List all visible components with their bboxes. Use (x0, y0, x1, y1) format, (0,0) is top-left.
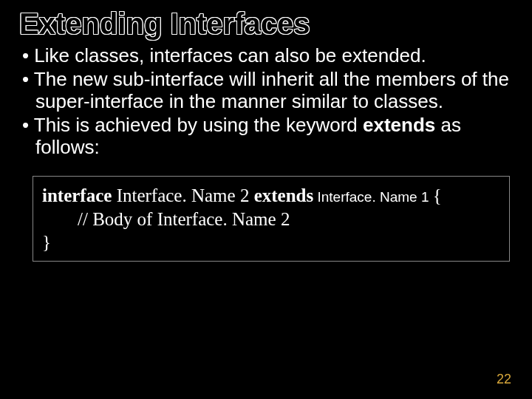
bullet-item: This is achieved by using the keyword ex… (19, 115, 517, 159)
keyword-extends: extends (254, 185, 314, 205)
code-text: Interface. Name 2 (112, 185, 253, 205)
bullet-item: Like classes, interfaces can also be ext… (19, 45, 517, 67)
bullet-list: Like classes, interfaces can also be ext… (15, 45, 517, 158)
bullet-text: The new sub-interface will inherit all t… (34, 68, 509, 112)
code-line: } (42, 231, 500, 253)
bullet-bold: extends (363, 114, 435, 136)
code-block: interface Interface. Name 2 extends Inte… (33, 176, 510, 262)
brace-open: { (433, 185, 442, 205)
code-text-small: Interface. Name 1 (313, 189, 433, 205)
slide-title: Extending Interfaces (15, 7, 517, 41)
code-line: // Body of Interface. Name 2 (42, 208, 500, 231)
bullet-item: The new sub-interface will inherit all t… (19, 69, 517, 113)
keyword-interface: interface (42, 185, 112, 205)
code-comment: // Body of Interface. Name 2 (78, 209, 290, 229)
bullet-text: This is achieved by using the keyword (34, 114, 363, 136)
page-number: 22 (497, 372, 511, 387)
bullet-text: Like classes, interfaces can also be ext… (34, 44, 426, 66)
brace-close: } (42, 232, 51, 252)
slide: Extending Interfaces Like classes, inter… (0, 0, 532, 399)
code-line: interface Interface. Name 2 extends Inte… (42, 184, 500, 207)
